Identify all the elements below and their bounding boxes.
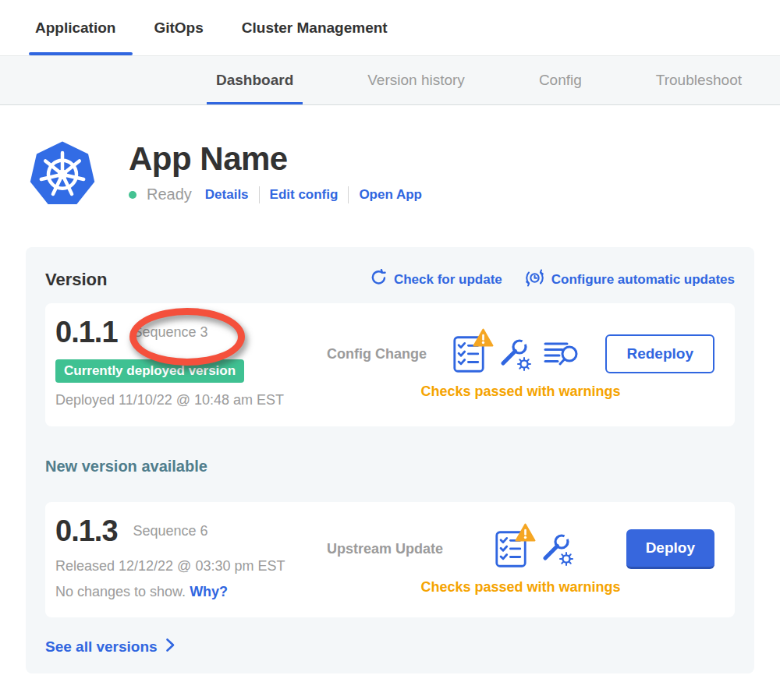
top-nav-tab-cluster-management[interactable]: Cluster Management [242, 0, 388, 55]
available-checks-status: Checks passed with warnings [327, 579, 714, 596]
top-nav-tab-gitops[interactable]: GitOps [154, 0, 203, 55]
preflight-checklist-icon[interactable] [495, 531, 526, 567]
available-version-row: 0.1.3 Sequence 6 Released 12/12/22 @ 03:… [45, 502, 735, 617]
no-changes-text: No changes to show. [55, 584, 186, 599]
current-version-actions: Config Change [327, 316, 714, 414]
current-version-info: 0.1.1 Sequence 3 Currently deployed vers… [55, 316, 327, 414]
current-version-sequence: Sequence 3 [133, 324, 208, 341]
app-status-row: Ready Details Edit config Open App [129, 186, 422, 203]
version-card: Version Check for update [26, 247, 754, 673]
app-header: App Name Ready Details Edit config Open … [27, 138, 780, 208]
preflight-checklist-icon[interactable] [453, 336, 484, 373]
warning-triangle-icon [473, 328, 494, 350]
view-diff-icon[interactable] [544, 340, 580, 369]
available-version-info: 0.1.3 Sequence 6 Released 12/12/22 @ 03:… [55, 514, 327, 605]
see-all-versions-link[interactable]: See all versions [45, 638, 735, 656]
deployed-timestamp: Deployed 11/10/22 @ 10:48 am EST [55, 392, 327, 408]
configure-auto-updates-link[interactable]: Configure automatic updates [524, 267, 735, 292]
version-card-actions: Check for update Configure automatic upd… [370, 267, 735, 292]
current-version-actions-row: Config Change [327, 334, 714, 373]
open-app-link[interactable]: Open App [359, 187, 422, 203]
tab-troubleshoot[interactable]: Troubleshoot [656, 56, 742, 104]
deploy-button[interactable]: Deploy [626, 529, 714, 569]
check-for-update-link[interactable]: Check for update [370, 269, 502, 291]
no-changes-line: No changes to show. Why? [55, 584, 327, 600]
current-version-number: 0.1.1 [55, 316, 118, 350]
available-version-actions-row: Upstream Update [327, 529, 714, 569]
why-link[interactable]: Why? [190, 584, 228, 599]
current-change-type: Config Change [327, 346, 427, 362]
refresh-icon [370, 269, 388, 291]
available-version-number: 0.1.3 [55, 514, 118, 549]
released-timestamp: Released 12/12/22 @ 03:30 pm EST [55, 558, 327, 574]
warning-triangle-icon [515, 523, 536, 545]
tab-version-history[interactable]: Version history [367, 56, 465, 104]
configure-auto-updates-label: Configure automatic updates [551, 272, 735, 288]
current-checks-status: Checks passed with warnings [327, 384, 714, 400]
available-version-line: 0.1.3 Sequence 6 [55, 514, 327, 549]
current-version-icons [453, 336, 580, 373]
chevron-right-icon [165, 638, 176, 656]
current-version-row: 0.1.1 Sequence 3 Currently deployed vers… [45, 303, 735, 426]
divider [348, 186, 349, 203]
config-wrench-icon[interactable] [496, 336, 532, 372]
available-version-icons [495, 531, 574, 567]
details-link[interactable]: Details [205, 187, 249, 203]
see-all-versions-label: See all versions [45, 638, 158, 656]
version-card-title: Version [45, 270, 107, 290]
divider [259, 186, 260, 203]
app-header-text: App Name Ready Details Edit config Open … [129, 138, 422, 208]
app-sub-nav: Dashboard Version history Config Trouble… [0, 55, 780, 105]
tab-dashboard[interactable]: Dashboard [216, 56, 293, 104]
version-card-header: Version Check for update [45, 267, 735, 292]
kubernetes-logo-icon [27, 138, 98, 208]
current-version-line: 0.1.1 Sequence 3 [55, 316, 327, 350]
new-version-heading: New version available [45, 458, 735, 476]
page-title: App Name [129, 141, 422, 177]
currently-deployed-badge: Currently deployed version [55, 359, 244, 383]
status-dot-icon [129, 191, 136, 199]
top-nav: Application GitOps Cluster Management [0, 0, 780, 55]
edit-config-link[interactable]: Edit config [270, 187, 339, 203]
config-wrench-icon[interactable] [538, 531, 574, 567]
tab-config[interactable]: Config [539, 56, 582, 104]
available-version-actions: Upstream Update [327, 514, 714, 605]
auto-update-clock-icon [524, 267, 545, 292]
available-change-type: Upstream Update [327, 541, 443, 557]
redeploy-button[interactable]: Redeploy [605, 334, 714, 373]
status-text: Ready [147, 186, 192, 203]
available-version-sequence: Sequence 6 [133, 523, 208, 539]
top-nav-tab-application[interactable]: Application [35, 0, 115, 55]
check-for-update-label: Check for update [394, 272, 502, 288]
